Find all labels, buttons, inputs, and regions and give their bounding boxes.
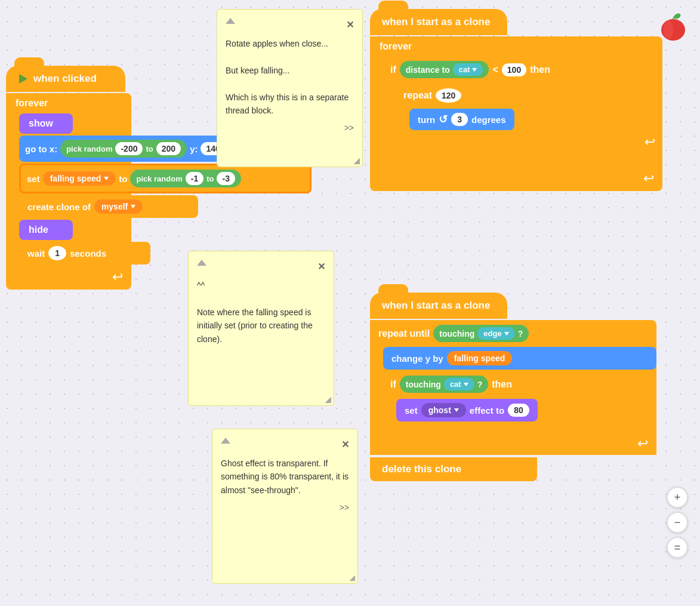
ghost-label: ghost xyxy=(428,405,451,415)
less-than-label: < xyxy=(492,64,498,75)
from1-input: -200 xyxy=(115,142,143,155)
cat-dropdown-1: cat xyxy=(453,63,483,76)
wait-input: 1 xyxy=(48,246,66,260)
if-block-1: if distance to cat < 100 then xyxy=(383,57,662,166)
if-block-2: if touching cat ? then set xyxy=(383,371,656,431)
note-resize-2[interactable] xyxy=(325,397,331,403)
note-close-2[interactable]: ✕ xyxy=(317,260,325,274)
set-ghost-label: set xyxy=(405,405,418,416)
to1-label: to xyxy=(146,144,153,153)
svg-point-1 xyxy=(664,20,673,39)
to2val-label: to xyxy=(206,174,214,183)
distance-to-label: distance to xyxy=(406,65,450,75)
set-label: set xyxy=(27,174,40,184)
when-clone-hat-2: when I start as a clone xyxy=(370,293,507,319)
question-mark-1: ? xyxy=(518,329,523,339)
note-box-1: ✕ Rotate apples when close... But keep f… xyxy=(217,9,363,167)
apple-icon xyxy=(658,12,688,42)
repeat-arrow: ↩ xyxy=(645,134,655,150)
seconds-label: seconds xyxy=(70,248,106,259)
forever-arrow-right: ↩ xyxy=(643,171,654,186)
cat-dropdown-2: cat xyxy=(444,378,474,390)
turn-block: turn ↺ 3 degrees xyxy=(409,109,514,130)
turn-val-input: 3 xyxy=(451,113,468,126)
note-resize-1[interactable] xyxy=(354,158,360,164)
set-falling-block: set falling speed to pick random -1 to -… xyxy=(19,164,312,193)
note-arrows-3: >> xyxy=(221,502,349,514)
degrees-label: degrees xyxy=(471,115,506,125)
set-ghost-block: set ghost effect to 80 xyxy=(396,399,538,422)
when-clicked-label: when clicked xyxy=(33,73,97,85)
hide-block: hide xyxy=(19,220,73,240)
repeat-until-header: repeat until touching edge ? xyxy=(370,320,656,347)
when-clicked-block: when clicked xyxy=(6,66,125,92)
pick-random-1-label: pick random xyxy=(66,144,112,153)
distance-to-block: distance to cat xyxy=(400,61,489,78)
pick-random-2-label: pick random xyxy=(136,174,182,183)
wait-label: wait xyxy=(27,248,45,259)
if-label-1: if xyxy=(390,64,396,75)
falling-speed-label-2: falling speed xyxy=(454,353,505,363)
change-y-block: change y by falling speed xyxy=(383,347,656,370)
if-header-2: if touching cat ? then xyxy=(383,371,656,397)
note-resize-3[interactable] xyxy=(349,575,355,581)
forever-arrow-left: ↩ xyxy=(112,269,123,285)
pick-random-1: pick random -200 to 200 xyxy=(60,140,187,158)
note-box-2-header: ✕ xyxy=(197,260,325,274)
top-right-stack: when I start as a clone forever if dista… xyxy=(370,9,662,192)
note-box-1-header: ✕ xyxy=(226,18,354,32)
bottom-right-stack: when I start as a clone repeat until tou… xyxy=(370,293,656,482)
to2end-input: -3 xyxy=(217,172,235,185)
question-mark-2: ? xyxy=(477,380,483,389)
myself-dropdown: myself xyxy=(94,199,143,214)
zoom-reset-button[interactable]: = xyxy=(667,537,688,558)
edge-dropdown: edge xyxy=(477,327,514,340)
touching2-label: touching xyxy=(406,380,441,389)
from2-input: -1 xyxy=(186,172,203,185)
goto-label: go to x: xyxy=(25,144,57,154)
zoom-plus-icon: + xyxy=(674,491,681,504)
note-close-1[interactable]: ✕ xyxy=(346,18,354,32)
note-content-1: Rotate apples when close... But keep fal… xyxy=(226,37,354,117)
note-close-3[interactable]: ✕ xyxy=(341,438,349,452)
zoom-out-button[interactable]: − xyxy=(667,512,688,533)
forever-label-right: forever xyxy=(370,36,662,57)
zoom-in-button[interactable]: + xyxy=(667,487,688,508)
note-box-3-header: ✕ xyxy=(221,438,349,452)
repeat-block-1: repeat 120 turn ↺ 3 xyxy=(396,84,662,153)
repeat-label: repeat xyxy=(403,90,432,101)
note-box-3: ✕ Ghost effect is transparent. If someth… xyxy=(212,429,358,584)
then-label-1: then xyxy=(530,64,550,75)
falling-speed-label: falling speed xyxy=(50,174,101,183)
falling-speed-var: falling speed xyxy=(43,171,116,186)
wait-block: wait 1 seconds xyxy=(19,242,150,264)
then-label-2: then xyxy=(492,379,512,390)
create-clone-label: create clone of xyxy=(27,202,91,212)
create-clone-block: create clone of myself xyxy=(19,195,198,218)
repeat-until-arrow: ↩ xyxy=(637,436,648,451)
effect-to-label: effect to xyxy=(470,405,504,416)
note-triangle-1 xyxy=(226,18,235,24)
note-triangle-2 xyxy=(197,260,206,266)
note-triangle-3 xyxy=(221,438,230,444)
repeat-val-input: 120 xyxy=(436,88,461,103)
to2-label: to xyxy=(119,174,127,184)
show-block: show xyxy=(19,113,73,134)
when-clone-hat-1: when I start as a clone xyxy=(370,9,507,35)
ghost-val-input: 80 xyxy=(508,404,529,417)
touching-edge-block: touching edge ? xyxy=(433,325,529,342)
turn-label: turn xyxy=(418,115,435,125)
touching-label: touching xyxy=(439,329,474,339)
forever-block-left: forever show go to x: pick random -200 t… xyxy=(6,93,131,290)
repeat-header: repeat 120 xyxy=(396,84,662,107)
change-y-label: change y by xyxy=(391,353,443,364)
note-arrows-1: >> xyxy=(226,122,354,134)
svg-point-2 xyxy=(673,13,682,20)
if-label-2: if xyxy=(390,379,396,390)
hide-label: hide xyxy=(29,224,48,235)
note-content-2: ^^ Note where the falling speed is initi… xyxy=(197,279,325,346)
repeat-until-block: repeat until touching edge ? change y by… xyxy=(370,320,656,455)
left-stack: when clicked forever show go to x: pick … xyxy=(6,66,131,291)
delete-clone-label: delete this clone xyxy=(382,463,461,475)
distance-val-input: 100 xyxy=(502,63,526,76)
